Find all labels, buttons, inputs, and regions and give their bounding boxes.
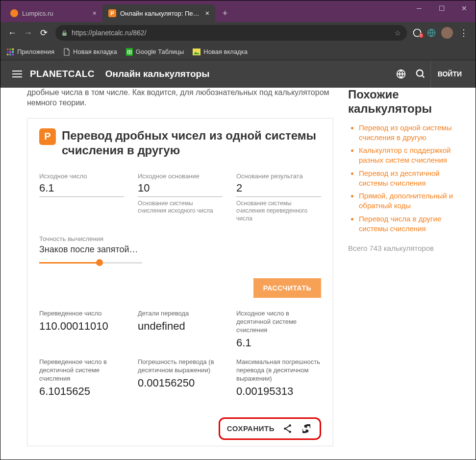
svg-rect-4 <box>12 48 14 50</box>
browser-tab[interactable]: P Онлайн калькулятор: Перевод ... × <box>102 4 215 22</box>
result-label: Детали перевода <box>138 310 223 318</box>
bookmark-label: Google Таблицы <box>136 48 184 55</box>
nav-forward-button[interactable]: → <box>20 25 36 41</box>
calculator-card: P Перевод дробных чисел из одной системы… <box>27 118 333 446</box>
file-icon <box>63 48 70 56</box>
svg-rect-6 <box>9 51 11 53</box>
target-base-input[interactable]: 2 <box>236 182 321 197</box>
precision-slider[interactable] <box>39 259 142 267</box>
field-help: Основание системы счисления переведенног… <box>236 200 321 223</box>
lock-icon <box>61 30 68 36</box>
tab-title: Lumpics.ru <box>22 10 89 17</box>
result-label: Погрешность перевода (в десятичном выраж… <box>138 358 223 375</box>
intro-text: дробные числа в том числе. Как водится, … <box>27 88 333 108</box>
result-label: Переведенное число <box>39 310 124 318</box>
sheets-icon <box>126 48 133 56</box>
bookmark-label: Приложения <box>17 48 54 55</box>
tab-title: Онлайн калькулятор: Перевод ... <box>120 10 201 17</box>
bookmark-apps[interactable]: Приложения <box>6 48 54 56</box>
save-button[interactable]: СОХРАНИТЬ <box>227 424 275 433</box>
source-number-input[interactable]: 6.1 <box>39 182 124 197</box>
address-bar: ← → ⟳ https://planetcalc.ru/862/ ☆ 5 ⋮ <box>0 22 476 44</box>
result-label: Исходное число в десятичной системе счис… <box>236 310 321 335</box>
sidebar-footer: Всего 743 калькуляторов <box>348 242 463 254</box>
extension-globe-icon[interactable] <box>425 26 438 40</box>
field-label: Основание результата <box>236 172 321 180</box>
sidebar-link[interactable]: Перевод из одной системы счисления в дру… <box>359 123 451 142</box>
field-help: Основание системы счисления исходного чи… <box>138 200 223 215</box>
svg-line-19 <box>422 75 424 78</box>
result-value: 0.00195313 <box>236 385 321 398</box>
search-icon[interactable] <box>411 64 430 84</box>
result-value: 6.1015625 <box>39 385 124 398</box>
sidebar-link[interactable]: Прямой, дополнительный и обратный коды <box>359 192 453 210</box>
calculator-icon: P <box>39 128 56 145</box>
result-label: Максимальная погрешность перевода (в дес… <box>236 358 321 383</box>
svg-rect-5 <box>7 51 9 53</box>
calculate-button[interactable]: РАССЧИТАТЬ <box>253 278 321 298</box>
result-value: 110.00011010 <box>39 320 124 333</box>
svg-rect-7 <box>12 51 14 53</box>
tab-close-icon[interactable]: × <box>205 9 209 17</box>
login-button[interactable]: ВОЙТИ <box>430 60 469 88</box>
nav-back-button[interactable]: ← <box>4 25 20 41</box>
svg-point-18 <box>416 70 423 76</box>
svg-rect-3 <box>9 48 11 50</box>
precision-value: Знаков после запятой… <box>39 244 142 255</box>
card-title: Перевод дробных чисел из одной системы с… <box>62 128 321 158</box>
share-icon[interactable] <box>282 423 293 434</box>
result-value: undefined <box>138 320 223 333</box>
field-label: Исходное число <box>39 172 124 180</box>
result-value: 0.00156250 <box>138 377 223 389</box>
image-icon <box>193 48 200 55</box>
result-label: Переведенное число в десятичной системе … <box>39 358 124 383</box>
svg-rect-8 <box>7 53 9 55</box>
url-input[interactable]: https://planetcalc.ru/862/ ☆ <box>55 25 407 41</box>
site-subtitle: Онлайн калькуляторы <box>105 69 210 79</box>
extension-icon[interactable]: 5 <box>411 26 425 40</box>
window-maximize-button[interactable]: ☐ <box>430 0 453 16</box>
svg-rect-2 <box>7 48 9 50</box>
sidebar: Похожие калькуляторы Перевод из одной си… <box>348 88 463 455</box>
new-tab-button[interactable]: + <box>218 6 232 20</box>
tab-close-icon[interactable]: × <box>93 9 97 17</box>
bookmark-item[interactable]: Новая вкладка <box>63 48 117 56</box>
bookmark-item[interactable]: Новая вкладка <box>193 48 248 55</box>
bookmark-item[interactable]: Google Таблицы <box>126 48 184 56</box>
puzzle-icon[interactable] <box>301 423 313 435</box>
bookmark-star-icon[interactable]: ☆ <box>395 29 401 37</box>
tab-favicon <box>10 9 18 17</box>
url-text: https://planetcalc.ru/862/ <box>72 29 391 37</box>
language-globe-icon[interactable] <box>391 64 411 84</box>
profile-avatar[interactable] <box>441 27 453 39</box>
site-brand[interactable]: PLANETCALC <box>30 69 95 79</box>
menu-hamburger-icon[interactable] <box>7 71 27 77</box>
window-minimize-button[interactable]: ─ <box>408 0 430 16</box>
bookmark-label: Новая вкладка <box>203 48 248 55</box>
tab-favicon: P <box>108 9 116 17</box>
browser-tab[interactable]: Lumpics.ru × <box>4 4 102 22</box>
action-row: СОХРАНИТЬ <box>219 417 321 440</box>
svg-rect-9 <box>9 53 11 55</box>
apps-grid-icon <box>6 48 14 56</box>
result-value: 6.1 <box>236 337 321 349</box>
bookmarks-bar: Приложения Новая вкладка Google Таблицы … <box>0 44 476 60</box>
source-base-input[interactable]: 10 <box>138 182 223 197</box>
sidebar-link[interactable]: Перевод числа в другие системы счисления <box>359 215 441 233</box>
browser-menu-button[interactable]: ⋮ <box>456 25 472 41</box>
window-close-button[interactable]: ✕ <box>453 0 476 16</box>
sidebar-link[interactable]: Перевод из десятичной системы счисления <box>359 169 440 187</box>
svg-line-23 <box>286 426 289 428</box>
sidebar-title: Похожие калькуляторы <box>348 88 463 116</box>
precision-label: Точность вычисления <box>39 235 142 242</box>
svg-line-24 <box>286 429 289 432</box>
field-label: Исходное основание <box>138 172 223 180</box>
nav-reload-button[interactable]: ⟳ <box>36 25 51 41</box>
bookmark-label: Новая вкладка <box>73 48 117 55</box>
svg-rect-10 <box>12 53 14 55</box>
site-header: PLANETCALC Онлайн калькуляторы ВОЙТИ <box>0 60 476 88</box>
sidebar-link[interactable]: Калькулятор с поддержкой разных систем с… <box>359 146 451 164</box>
